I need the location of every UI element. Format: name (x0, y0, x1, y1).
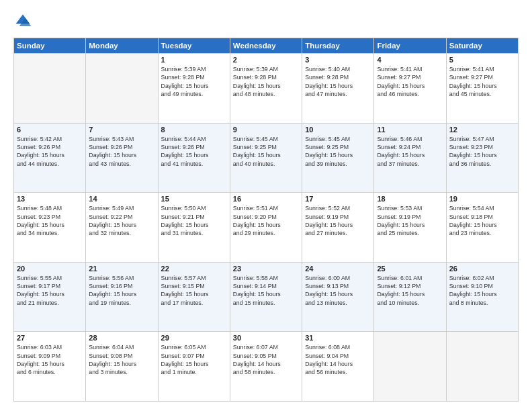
calendar-cell (14, 54, 86, 124)
day-detail: Sunrise: 5:39 AM Sunset: 9:28 PM Dayligh… (161, 65, 227, 98)
day-detail: Sunrise: 5:41 AM Sunset: 9:27 PM Dayligh… (377, 65, 443, 98)
day-detail: Sunrise: 5:39 AM Sunset: 9:28 PM Dayligh… (233, 65, 299, 98)
day-number: 26 (449, 265, 515, 273)
weekday-header: Sunday (14, 38, 86, 54)
day-detail: Sunrise: 6:03 AM Sunset: 9:09 PM Dayligh… (17, 343, 83, 376)
day-number: 5 (449, 56, 515, 64)
day-detail: Sunrise: 5:44 AM Sunset: 9:26 PM Dayligh… (161, 135, 227, 168)
calendar-cell: 30Sunrise: 6:07 AM Sunset: 9:05 PM Dayli… (230, 332, 302, 402)
day-number: 18 (377, 195, 443, 203)
calendar-cell: 28Sunrise: 6:04 AM Sunset: 9:08 PM Dayli… (86, 332, 158, 402)
day-detail: Sunrise: 5:51 AM Sunset: 9:20 PM Dayligh… (233, 204, 299, 237)
calendar-cell: 22Sunrise: 5:57 AM Sunset: 9:15 PM Dayli… (158, 262, 230, 332)
calendar-cell: 8Sunrise: 5:44 AM Sunset: 9:26 PM Daylig… (158, 123, 230, 193)
calendar-cell: 24Sunrise: 6:00 AM Sunset: 9:13 PM Dayli… (302, 262, 374, 332)
logo (13, 12, 35, 31)
day-number: 3 (305, 56, 371, 64)
calendar-cell: 29Sunrise: 6:05 AM Sunset: 9:07 PM Dayli… (158, 332, 230, 402)
day-number: 29 (161, 334, 227, 342)
header (13, 12, 519, 31)
day-number: 20 (17, 265, 83, 273)
day-detail: Sunrise: 6:02 AM Sunset: 9:10 PM Dayligh… (449, 274, 515, 307)
calendar-cell: 25Sunrise: 6:01 AM Sunset: 9:12 PM Dayli… (374, 262, 446, 332)
day-number: 23 (233, 265, 299, 273)
day-number: 15 (161, 195, 227, 203)
day-detail: Sunrise: 5:50 AM Sunset: 9:21 PM Dayligh… (161, 204, 227, 237)
calendar-cell: 16Sunrise: 5:51 AM Sunset: 9:20 PM Dayli… (230, 193, 302, 263)
day-number: 28 (89, 334, 154, 342)
day-number: 27 (17, 334, 83, 342)
day-number: 13 (17, 195, 83, 203)
day-detail: Sunrise: 5:52 AM Sunset: 9:19 PM Dayligh… (305, 204, 371, 237)
calendar-week-row: 1Sunrise: 5:39 AM Sunset: 9:28 PM Daylig… (14, 54, 519, 124)
weekday-header: Thursday (302, 38, 374, 54)
calendar-cell: 14Sunrise: 5:49 AM Sunset: 9:22 PM Dayli… (86, 193, 158, 263)
day-number: 12 (449, 126, 515, 134)
day-number: 21 (89, 265, 154, 273)
weekday-header: Wednesday (230, 38, 302, 54)
day-detail: Sunrise: 6:07 AM Sunset: 9:05 PM Dayligh… (233, 343, 299, 376)
calendar-cell: 31Sunrise: 6:08 AM Sunset: 9:04 PM Dayli… (302, 332, 374, 402)
calendar-cell: 6Sunrise: 5:42 AM Sunset: 9:26 PM Daylig… (14, 123, 86, 193)
day-detail: Sunrise: 5:45 AM Sunset: 9:25 PM Dayligh… (233, 135, 299, 168)
logo-icon (13, 12, 32, 31)
weekday-header-row: SundayMondayTuesdayWednesdayThursdayFrid… (14, 38, 519, 54)
day-detail: Sunrise: 5:45 AM Sunset: 9:25 PM Dayligh… (305, 135, 371, 168)
page: SundayMondayTuesdayWednesdayThursdayFrid… (0, 0, 532, 411)
calendar-cell: 11Sunrise: 5:46 AM Sunset: 9:24 PM Dayli… (374, 123, 446, 193)
calendar-cell: 10Sunrise: 5:45 AM Sunset: 9:25 PM Dayli… (302, 123, 374, 193)
day-detail: Sunrise: 5:42 AM Sunset: 9:26 PM Dayligh… (17, 135, 83, 168)
day-number: 19 (449, 195, 515, 203)
calendar-cell: 15Sunrise: 5:50 AM Sunset: 9:21 PM Dayli… (158, 193, 230, 263)
day-detail: Sunrise: 5:53 AM Sunset: 9:19 PM Dayligh… (377, 204, 443, 237)
day-number: 11 (377, 126, 443, 134)
day-detail: Sunrise: 5:54 AM Sunset: 9:18 PM Dayligh… (449, 204, 515, 237)
day-number: 7 (89, 126, 154, 134)
day-detail: Sunrise: 5:49 AM Sunset: 9:22 PM Dayligh… (89, 204, 154, 237)
calendar-cell: 21Sunrise: 5:56 AM Sunset: 9:16 PM Dayli… (86, 262, 158, 332)
day-number: 22 (161, 265, 227, 273)
day-detail: Sunrise: 5:43 AM Sunset: 9:26 PM Dayligh… (89, 135, 154, 168)
day-number: 25 (377, 265, 443, 273)
day-number: 2 (233, 56, 299, 64)
calendar-cell: 23Sunrise: 5:58 AM Sunset: 9:14 PM Dayli… (230, 262, 302, 332)
day-detail: Sunrise: 6:08 AM Sunset: 9:04 PM Dayligh… (305, 343, 371, 376)
day-number: 17 (305, 195, 371, 203)
day-detail: Sunrise: 5:46 AM Sunset: 9:24 PM Dayligh… (377, 135, 443, 168)
day-number: 9 (233, 126, 299, 134)
day-detail: Sunrise: 5:41 AM Sunset: 9:27 PM Dayligh… (449, 65, 515, 98)
calendar-cell: 19Sunrise: 5:54 AM Sunset: 9:18 PM Dayli… (446, 193, 518, 263)
calendar-cell: 13Sunrise: 5:48 AM Sunset: 9:23 PM Dayli… (14, 193, 86, 263)
calendar-cell: 5Sunrise: 5:41 AM Sunset: 9:27 PM Daylig… (446, 54, 518, 124)
calendar-cell: 4Sunrise: 5:41 AM Sunset: 9:27 PM Daylig… (374, 54, 446, 124)
day-detail: Sunrise: 6:01 AM Sunset: 9:12 PM Dayligh… (377, 274, 443, 307)
day-number: 10 (305, 126, 371, 134)
day-detail: Sunrise: 5:40 AM Sunset: 9:28 PM Dayligh… (305, 65, 371, 98)
day-number: 1 (161, 56, 227, 64)
day-detail: Sunrise: 6:05 AM Sunset: 9:07 PM Dayligh… (161, 343, 227, 376)
day-number: 14 (89, 195, 154, 203)
calendar-cell: 3Sunrise: 5:40 AM Sunset: 9:28 PM Daylig… (302, 54, 374, 124)
calendar-cell: 17Sunrise: 5:52 AM Sunset: 9:19 PM Dayli… (302, 193, 374, 263)
day-number: 6 (17, 126, 83, 134)
calendar-week-row: 13Sunrise: 5:48 AM Sunset: 9:23 PM Dayli… (14, 193, 519, 263)
weekday-header: Monday (86, 38, 158, 54)
calendar-cell: 1Sunrise: 5:39 AM Sunset: 9:28 PM Daylig… (158, 54, 230, 124)
day-detail: Sunrise: 5:47 AM Sunset: 9:23 PM Dayligh… (449, 135, 515, 168)
calendar: SundayMondayTuesdayWednesdayThursdayFrid… (13, 38, 519, 402)
calendar-cell: 18Sunrise: 5:53 AM Sunset: 9:19 PM Dayli… (374, 193, 446, 263)
calendar-cell: 20Sunrise: 5:55 AM Sunset: 9:17 PM Dayli… (14, 262, 86, 332)
weekday-header: Tuesday (158, 38, 230, 54)
calendar-cell: 27Sunrise: 6:03 AM Sunset: 9:09 PM Dayli… (14, 332, 86, 402)
day-number: 30 (233, 334, 299, 342)
calendar-cell: 9Sunrise: 5:45 AM Sunset: 9:25 PM Daylig… (230, 123, 302, 193)
calendar-week-row: 6Sunrise: 5:42 AM Sunset: 9:26 PM Daylig… (14, 123, 519, 193)
calendar-cell: 7Sunrise: 5:43 AM Sunset: 9:26 PM Daylig… (86, 123, 158, 193)
calendar-week-row: 27Sunrise: 6:03 AM Sunset: 9:09 PM Dayli… (14, 332, 519, 402)
day-detail: Sunrise: 6:00 AM Sunset: 9:13 PM Dayligh… (305, 274, 371, 307)
calendar-cell: 26Sunrise: 6:02 AM Sunset: 9:10 PM Dayli… (446, 262, 518, 332)
calendar-cell (374, 332, 446, 402)
day-number: 4 (377, 56, 443, 64)
day-number: 24 (305, 265, 371, 273)
calendar-cell: 12Sunrise: 5:47 AM Sunset: 9:23 PM Dayli… (446, 123, 518, 193)
